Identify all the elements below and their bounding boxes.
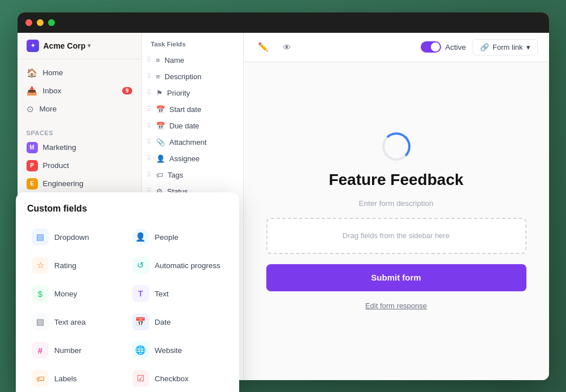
form-area: ✏️ 👁 Active 🔗 Form link ▾ Feature F [244,33,549,380]
link-icon: 🔗 [480,43,489,51]
company-logo: ✦ [27,40,39,52]
form-description: Enter form description [358,199,433,208]
drag-handle-icon: ⠿ [146,154,152,162]
labels-icon: 🏷 [32,370,49,387]
sidebar-nav: 🏠 Home 📥 Inbox 9 ⊙ More [18,59,141,123]
drag-handle-icon: ⠿ [146,105,152,113]
sidebar-item-marketing[interactable]: M Marketing [18,139,141,157]
preview-icon-button[interactable]: 👁 [279,38,296,55]
attachment-field-icon: 📎 [156,138,165,147]
form-title: Feature Feedback [329,171,463,189]
form-content: Feature Feedback Enter form description … [244,62,549,380]
dropdown-icon: ▤ [32,229,49,245]
drag-handle-icon: ⠿ [146,72,152,80]
active-label: Active [445,43,466,51]
sidebar-item-product[interactable]: P Product [18,157,141,175]
start-date-field-icon: 📅 [156,105,165,114]
minimize-button[interactable] [37,19,44,26]
field-due-date[interactable]: ⠿ 📅 Due date [142,118,243,134]
task-fields-title: Task Fields [142,33,243,52]
text-icon: T [132,285,149,302]
more-icon: ⊙ [27,104,34,114]
inbox-icon: 📥 [27,86,37,96]
active-toggle[interactable] [421,41,441,53]
cf-item-website[interactable]: 🌐 Website [128,336,228,364]
checkbox-icon: ☑ [132,370,149,387]
form-toolbar: ✏️ 👁 Active 🔗 Form link ▾ [244,33,549,62]
assignee-field-icon: 👤 [156,154,165,163]
maximize-button[interactable] [48,19,55,26]
submit-button[interactable]: Submit form [266,264,526,291]
edit-form-response[interactable]: Edit form response [365,301,427,310]
field-assignee[interactable]: ⠿ 👤 Assignee [142,150,243,167]
field-tags[interactable]: ⠿ 🏷 Tags [142,167,243,183]
form-link-button[interactable]: 🔗 Form link ▾ [473,39,537,55]
loading-spinner [382,132,411,161]
drag-handle-icon: ⠿ [146,138,152,146]
name-field-icon: ≡ [156,56,161,64]
description-field-icon: ≡ [156,72,161,81]
cf-item-date[interactable]: 📅 Date [128,308,228,336]
marketing-dot: M [27,142,38,153]
custom-fields-grid: ▤ Dropdown 👤 People ☆ Rating ↺ Automatic… [27,223,228,392]
field-attachment[interactable]: ⠿ 📎 Attachment [142,134,243,150]
cf-item-text-area[interactable]: ▤ Text area [27,308,128,336]
cf-item-people[interactable]: 👤 People [128,223,228,251]
due-date-field-icon: 📅 [156,122,165,130]
edit-icon-button[interactable]: ✏️ [255,38,272,55]
close-button[interactable] [25,19,32,26]
cf-item-rating[interactable]: ☆ Rating [27,251,128,279]
cf-item-labels[interactable]: 🏷 Labels [27,364,128,392]
product-dot: P [27,160,38,171]
field-name[interactable]: ⠿ ≡ Name [142,52,243,68]
cf-item-money[interactable]: $ Money [27,279,128,308]
home-icon: 🏠 [27,68,37,78]
cf-item-number[interactable]: # Number [27,336,128,364]
chevron-down-icon: ▾ [88,42,90,49]
field-priority[interactable]: ⠿ ⚑ Priority [142,85,243,101]
auto-progress-icon: ↺ [132,257,149,274]
chevron-down-icon: ▾ [526,43,530,51]
cf-item-dropdown[interactable]: ▤ Dropdown [27,223,128,251]
drag-handle-icon: ⠿ [146,171,152,179]
tags-field-icon: 🏷 [156,171,163,179]
money-icon: $ [32,285,49,302]
website-icon: 🌐 [132,342,149,359]
field-description[interactable]: ⠿ ≡ Description [142,68,243,85]
rating-icon: ☆ [32,257,49,274]
custom-fields-panel[interactable]: Custom fields ▤ Dropdown 👤 People ☆ Rati… [16,192,239,392]
sidebar-item-more[interactable]: ⊙ More [18,100,141,118]
toolbar-right: Active 🔗 Form link ▾ [421,39,537,55]
drag-handle-icon: ⠿ [146,122,152,130]
drag-handle-icon: ⠿ [146,56,152,64]
sidebar-item-engineering[interactable]: E Engineering [18,175,141,193]
field-start-date[interactable]: ⠿ 📅 Start date [142,101,243,118]
text-area-icon: ▤ [32,313,49,330]
spaces-section-label: Spaces [18,123,141,139]
sidebar-item-inbox[interactable]: 📥 Inbox 9 [18,82,141,100]
number-icon: # [32,342,49,359]
titlebar [18,12,549,33]
sidebar-item-home[interactable]: 🏠 Home [18,64,141,82]
people-icon: 👤 [132,229,149,245]
inbox-badge: 9 [122,87,132,94]
active-toggle-wrap: Active [421,41,466,53]
cf-item-auto-progress[interactable]: ↺ Automatic progress [128,251,228,279]
cf-item-text[interactable]: T Text [128,279,228,308]
drop-zone[interactable]: Drag fields from the sidebar here [266,218,526,254]
engineering-dot: E [27,178,38,189]
sidebar-header: ✦ Acme Corp ▾ [18,33,141,59]
drag-handle-icon: ⠿ [146,89,152,97]
date-icon: 📅 [132,313,149,330]
cf-item-checkbox[interactable]: ☑ Checkbox [128,364,228,392]
custom-fields-title: Custom fields [27,204,228,214]
priority-field-icon: ⚑ [156,89,163,97]
company-name[interactable]: Acme Corp ▾ [44,41,91,50]
